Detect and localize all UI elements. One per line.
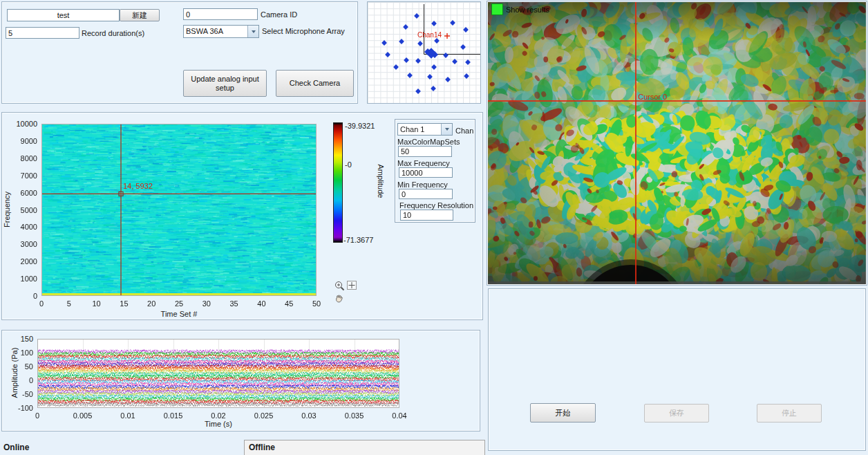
waveform-plot[interactable] bbox=[37, 339, 399, 408]
chan-label: Chan bbox=[455, 127, 473, 135]
tick-label: 7000 bbox=[6, 171, 37, 180]
tick-label: 9000 bbox=[6, 137, 37, 145]
tick-label: 0 bbox=[23, 411, 51, 420]
tick-label: 20 bbox=[141, 299, 162, 308]
spectrogram-plot[interactable] bbox=[41, 124, 317, 296]
max-colormap-label: MaxColorMapSets bbox=[397, 138, 460, 146]
update-analog-input-button[interactable]: Update analog input setup bbox=[183, 70, 267, 97]
tick-label: 0.005 bbox=[69, 411, 97, 420]
tick-label: 4000 bbox=[6, 223, 37, 231]
frequency-resolution-field[interactable] bbox=[400, 210, 453, 221]
camera-id-field[interactable] bbox=[183, 8, 258, 20]
tick-label: 0 bbox=[31, 299, 52, 308]
pan-tool-icon[interactable] bbox=[334, 295, 345, 306]
check-camera-button[interactable]: Check Camera bbox=[276, 70, 354, 97]
tick-label: 40 bbox=[251, 299, 272, 308]
camera-id-label: Camera ID bbox=[261, 10, 297, 19]
tick-label: 0.035 bbox=[341, 411, 368, 420]
tick-label: 0.02 bbox=[205, 411, 232, 420]
tick-label: 50 bbox=[306, 299, 327, 308]
tick-label: 30 bbox=[196, 299, 217, 308]
new-button[interactable]: 新建 bbox=[120, 9, 160, 21]
camera-cursor-hline[interactable] bbox=[488, 100, 866, 102]
chevron-down-icon[interactable] bbox=[247, 26, 258, 37]
spectrogram-cursor-label: 14, 5932 bbox=[123, 182, 153, 190]
min-frequency-field[interactable] bbox=[399, 189, 453, 199]
zoom-tool-icon[interactable] bbox=[334, 281, 346, 293]
mic-array-dropdown[interactable]: BSWA 36A bbox=[183, 25, 259, 38]
record-duration-label: Record duration(s) bbox=[82, 29, 144, 37]
tick-label: 0.015 bbox=[160, 411, 187, 420]
stop-button[interactable]: 停止 bbox=[757, 404, 822, 423]
chevron-down-icon[interactable] bbox=[441, 124, 452, 135]
tick-label: 10000 bbox=[6, 120, 37, 128]
mic-array-plot bbox=[367, 1, 481, 104]
max-frequency-field[interactable] bbox=[399, 167, 453, 178]
tick-label: 0.01 bbox=[114, 411, 142, 420]
tick-label: 8000 bbox=[6, 154, 37, 162]
camera-cursor-vline[interactable] bbox=[635, 2, 636, 284]
cursor-tool-icon[interactable] bbox=[347, 281, 357, 292]
tick-label: 0.025 bbox=[250, 411, 278, 420]
save-button[interactable]: 保存 bbox=[644, 404, 709, 423]
min-frequency-label: Min Frequency bbox=[397, 180, 448, 189]
tick-label: 0 bbox=[3, 376, 33, 384]
mic-array-cursor-label: Chan14 bbox=[417, 31, 442, 39]
test-name-field[interactable] bbox=[7, 9, 120, 21]
tick-label: 3000 bbox=[6, 240, 37, 248]
tick-label: 2000 bbox=[6, 257, 37, 266]
tick-label: 0.03 bbox=[295, 411, 323, 420]
chan-dropdown[interactable]: Chan 1 bbox=[397, 123, 453, 136]
colorbar-min-label: -71.3677 bbox=[343, 236, 373, 244]
show-results-led[interactable] bbox=[491, 3, 503, 15]
tick-label: 15 bbox=[113, 299, 134, 308]
tab-offline[interactable]: Offline bbox=[244, 440, 485, 455]
camera-result-image[interactable] bbox=[488, 2, 866, 284]
frequency-resolution-label: Frequency Resolution bbox=[399, 201, 473, 210]
colorbar-max-label: -39.9321 bbox=[345, 122, 375, 130]
show-results-label: Show results bbox=[506, 6, 549, 14]
run-controls-panel bbox=[488, 288, 866, 451]
mic-array-label: Select Microphone Array bbox=[262, 27, 345, 35]
max-colormap-field[interactable] bbox=[398, 146, 452, 157]
tick-label: 1000 bbox=[6, 275, 37, 283]
tick-label: 0.04 bbox=[386, 411, 413, 420]
tick-label: 100 bbox=[3, 349, 33, 357]
colorbar-amplitude-label: Amplitude bbox=[377, 147, 385, 216]
start-button[interactable]: 开始 bbox=[530, 403, 596, 423]
colorbar-mid-label: -0 bbox=[345, 160, 352, 169]
tab-online[interactable]: Online bbox=[3, 443, 29, 452]
tick-label: 150 bbox=[3, 335, 33, 343]
camera-cursor-label: Cursor 0 bbox=[638, 93, 667, 101]
max-frequency-label: Max Frequency bbox=[397, 159, 450, 167]
mic-array-value: BSWA 36A bbox=[184, 26, 247, 37]
tick-label: 50 bbox=[3, 362, 33, 371]
tick-label: 5 bbox=[59, 299, 79, 308]
tick-label: 6000 bbox=[6, 189, 37, 197]
record-duration-field[interactable] bbox=[6, 27, 79, 39]
colorbar bbox=[333, 122, 343, 243]
tick-label: 25 bbox=[169, 299, 189, 308]
spectrogram-xlabel: Time Set # bbox=[144, 310, 214, 318]
tick-label: -50 bbox=[3, 390, 33, 398]
waveform-xlabel: Time (s) bbox=[184, 420, 253, 428]
tick-label: 10 bbox=[86, 299, 107, 308]
chan-value: Chan 1 bbox=[398, 124, 441, 135]
tick-label: 5000 bbox=[6, 206, 37, 214]
tick-label: 45 bbox=[279, 299, 299, 308]
tick-label: 35 bbox=[224, 299, 245, 308]
